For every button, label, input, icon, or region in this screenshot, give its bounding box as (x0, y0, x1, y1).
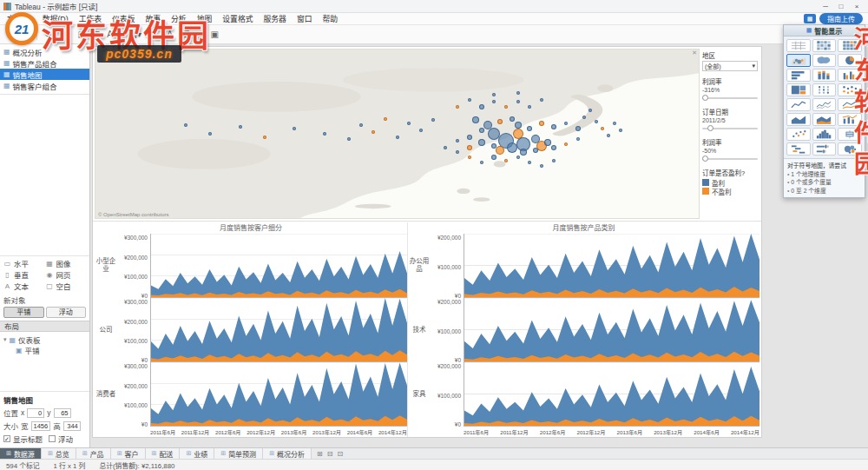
new-story-tab-icon[interactable]: ⊡ (337, 450, 343, 458)
object-item[interactable]: A文本 (3, 281, 44, 291)
map-mark[interactable] (551, 124, 556, 129)
map-mark[interactable] (504, 159, 508, 162)
sheet-tab[interactable]: ⊞概况分析 (263, 448, 312, 459)
show-title-checkbox[interactable]: ✓ 显示标题 (3, 434, 43, 444)
circle-view-icon[interactable] (812, 83, 837, 96)
profit-ratio-slider[interactable] (702, 94, 758, 102)
sheet-list-item[interactable]: ▦销售产品组合 (0, 57, 89, 69)
menu-item[interactable]: 设置格式 (217, 13, 258, 25)
map-mark[interactable] (551, 145, 556, 150)
map-mark[interactable] (472, 116, 479, 123)
sheet-tab[interactable]: ⊞客户 (111, 448, 146, 459)
map-mark[interactable] (293, 127, 296, 130)
area-chart[interactable] (150, 298, 407, 362)
text-table-icon[interactable] (786, 39, 811, 52)
map-mark[interactable] (516, 100, 520, 103)
region-filter-dropdown[interactable]: (全部) ▾ (702, 61, 758, 71)
map-mark[interactable] (507, 142, 517, 153)
profit-ratio-slider-2[interactable] (702, 155, 758, 162)
sheet-list-item[interactable]: ▦销售客户组合 (0, 80, 89, 91)
slider-handle[interactable] (702, 95, 708, 101)
map-mark[interactable] (467, 145, 472, 150)
sheet-tab[interactable]: ⊞总览 (42, 448, 76, 459)
object-item[interactable]: ▯垂直 (3, 269, 44, 280)
continuous-area-icon[interactable] (786, 113, 811, 126)
map-mark[interactable] (539, 121, 544, 126)
map-mark[interactable] (564, 122, 568, 125)
floating-checkbox[interactable]: 浮动 (49, 434, 73, 444)
area-chart[interactable] (464, 298, 760, 362)
layout-tree-dashboard[interactable]: ▾ ▦ 仪表板 (3, 334, 86, 345)
heat-map-icon[interactable] (812, 39, 837, 52)
map-mark[interactable] (516, 156, 520, 159)
sheet-tab[interactable]: ⊞数据源 (0, 448, 42, 459)
map-mark[interactable] (323, 132, 326, 136)
map-mark[interactable] (515, 122, 522, 129)
map-mark[interactable] (552, 159, 556, 162)
menu-item[interactable]: 窗口 (292, 13, 318, 25)
new-worksheet-tab-icon[interactable]: ⊞ (317, 450, 323, 458)
height-input[interactable]: 344 (63, 421, 81, 431)
map-mark[interactable] (582, 116, 586, 119)
close-button[interactable]: × (849, 0, 865, 13)
order-date-slider[interactable] (702, 124, 758, 132)
map-mark[interactable] (431, 118, 435, 122)
map-mark[interactable] (510, 116, 515, 122)
map-mark[interactable] (564, 142, 568, 146)
map-mark[interactable] (184, 123, 187, 127)
map-mark[interactable] (479, 128, 484, 133)
object-item[interactable]: ▦图像 (46, 258, 87, 268)
sheet-tab[interactable]: ⊞简单预测 (214, 448, 263, 459)
map-mark[interactable] (497, 119, 503, 124)
map-mark[interactable] (576, 137, 580, 141)
symbol-map-icon[interactable] (786, 54, 811, 67)
treemap-icon[interactable] (786, 83, 811, 96)
map-mark[interactable] (491, 155, 496, 160)
sheet-tab[interactable]: ⊞产品 (76, 448, 111, 459)
continuous-line-icon[interactable] (786, 98, 811, 111)
map-mark[interactable] (544, 139, 551, 146)
map-mark[interactable] (456, 105, 459, 109)
tiled-button[interactable]: 平铺 (3, 307, 44, 318)
map-mark[interactable] (467, 135, 472, 140)
discrete-area-icon[interactable] (812, 113, 837, 126)
map-mark[interactable] (492, 100, 496, 103)
minimize-button[interactable]: ─ (818, 0, 833, 13)
map-mark[interactable] (504, 105, 508, 109)
symbol-map[interactable]: © OpenStreetMap contributors ✕ (95, 49, 700, 219)
map-close-icon[interactable]: ✕ (692, 50, 697, 56)
map-mark[interactable] (456, 150, 459, 154)
stacked-bar-icon[interactable] (812, 69, 837, 82)
map-mark[interactable] (347, 137, 351, 141)
scatter-plot-icon[interactable] (786, 128, 811, 141)
gantt-chart-icon[interactable] (786, 142, 811, 156)
sheet-list-item[interactable]: ▦销售地图 (0, 69, 89, 80)
map-mark[interactable] (607, 134, 610, 137)
floating-button[interactable]: 浮动 (46, 307, 87, 318)
map-mark[interactable] (528, 105, 531, 109)
map-mark[interactable] (520, 149, 527, 156)
sheet-tab[interactable]: ⊞业绩 (180, 448, 214, 459)
map-mark[interactable] (619, 129, 622, 132)
bullet-graph-icon[interactable] (812, 142, 837, 156)
map-mark[interactable] (372, 130, 375, 134)
map-mark[interactable] (208, 132, 212, 136)
map-mark[interactable] (419, 129, 423, 132)
map-mark[interactable] (384, 117, 387, 121)
histogram-icon[interactable] (812, 128, 837, 141)
menu-item[interactable]: 帮助 (318, 13, 344, 25)
area-chart[interactable] (464, 362, 760, 427)
map-mark[interactable] (468, 156, 471, 159)
layout-pane-header[interactable]: 布局 (0, 321, 89, 332)
horizontal-bar-icon[interactable] (786, 69, 811, 82)
object-item[interactable]: ▭水平 (3, 258, 44, 268)
map-mark[interactable] (239, 125, 242, 129)
map-mark[interactable] (407, 122, 411, 125)
width-input[interactable]: 1456 (31, 421, 51, 431)
map-mark[interactable] (496, 146, 504, 155)
map-mark[interactable] (575, 126, 581, 131)
map-mark[interactable] (396, 136, 399, 139)
map-mark[interactable] (444, 146, 447, 149)
guide-upload-button[interactable]: 指南上传 (819, 13, 863, 24)
map-mark[interactable] (479, 104, 484, 109)
